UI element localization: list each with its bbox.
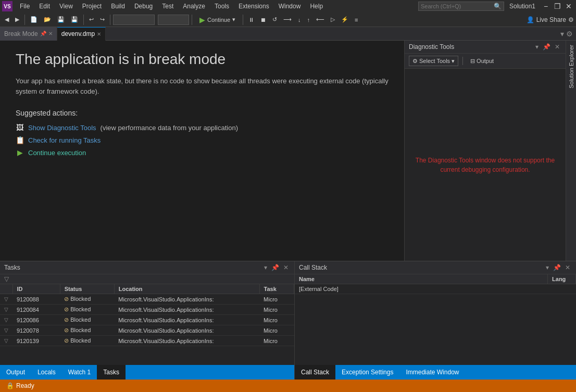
tasks-dropdown-btn[interactable]: ▾ <box>262 263 269 272</box>
menu-build[interactable]: Build <box>107 2 129 11</box>
debug-btn-3[interactable]: ↺ <box>270 14 280 26</box>
tasks-col-location[interactable]: Location <box>114 284 259 294</box>
save-all-button[interactable]: 💾 <box>68 14 81 26</box>
show-diagnostic-tools-link[interactable]: Show Diagnostic Tools <box>28 124 96 132</box>
row-id: 9120086 <box>12 315 60 325</box>
redo-button[interactable]: ↪ <box>97 14 107 26</box>
debug-btn-1[interactable]: ⏸ <box>246 14 257 26</box>
menu-extensions[interactable]: Extensions <box>234 2 273 11</box>
continue-label: Continue <box>207 17 230 23</box>
tab-devenv[interactable]: devenv.dmp ✕ <box>57 27 106 41</box>
output-button[interactable]: ⊟ Output <box>467 57 497 66</box>
tab-exception-settings[interactable]: Exception Settings <box>335 365 399 380</box>
tasks-col-task[interactable]: Task <box>259 284 294 294</box>
tab-options-gear[interactable]: ⚙ <box>565 29 574 39</box>
tasks-panel-controls: ▾ 📌 ✕ <box>262 263 290 272</box>
tab-output[interactable]: Output <box>0 365 31 380</box>
tasks-close-btn[interactable]: ✕ <box>282 263 290 272</box>
row-location: Microsoft.VisualStudio.ApplicationIns: <box>114 305 259 315</box>
tab-tasks[interactable]: Tasks <box>97 365 126 380</box>
step-into-button[interactable]: ↓ <box>295 14 304 26</box>
cs-close-btn[interactable]: ✕ <box>564 263 572 272</box>
tab-break-mode-label: Break Mode <box>4 30 38 37</box>
continue-dropdown-icon: ▾ <box>232 16 235 23</box>
row-id: 9120078 <box>12 325 60 336</box>
debug-misc-1[interactable]: ⚡ <box>339 14 351 26</box>
save-button[interactable]: 💾 <box>55 14 67 26</box>
step-out-button[interactable]: ↑ <box>305 14 313 26</box>
tasks-col-id[interactable]: ID <box>12 284 60 294</box>
row-icon: ▽ <box>0 305 12 315</box>
diag-close-btn[interactable]: ✕ <box>553 43 561 51</box>
callstack-header: Call Stack ▾ 📌 ✕ <box>295 261 576 274</box>
menu-help[interactable]: Help <box>306 2 327 11</box>
action-item-tasks: 📋 Check for running Tasks <box>16 136 389 144</box>
undo-button[interactable]: ↩ <box>86 14 96 26</box>
tab-callstack[interactable]: Call Stack <box>295 365 335 380</box>
run-cursor-button[interactable]: ▷ <box>328 14 337 26</box>
live-share-label[interactable]: Live Share <box>536 16 566 23</box>
select-tools-button[interactable]: ⚙ Select Tools ▾ <box>409 56 458 66</box>
debug-misc-2[interactable]: ≡ <box>352 14 360 26</box>
step-over-button[interactable]: ⟶ <box>281 14 294 26</box>
tab-options-chevron[interactable]: ▾ <box>559 29 565 39</box>
vs-logo: VS <box>2 1 12 11</box>
cs-pin-btn[interactable]: 📌 <box>552 263 562 272</box>
cs-col-lang[interactable]: Lang <box>548 274 576 284</box>
minimize-button[interactable]: − <box>541 2 551 10</box>
menu-view[interactable]: View <box>55 2 77 11</box>
tab-devenv-close[interactable]: ✕ <box>97 31 101 37</box>
restore-button[interactable]: ❐ <box>552 2 562 10</box>
diag-message: The Diagnostic Tools window does not sup… <box>415 156 555 174</box>
tab-watch1[interactable]: Watch 1 <box>62 365 97 380</box>
menu-file[interactable]: File <box>16 2 34 11</box>
search-box[interactable]: 🔍 <box>418 2 504 11</box>
new-file-button[interactable]: 📄 <box>28 14 40 26</box>
diag-dropdown-btn[interactable]: ▾ <box>534 43 540 51</box>
tab-break-mode[interactable]: Break Mode 📌 ✕ <box>0 27 57 41</box>
step-back-button[interactable]: ⟵ <box>314 14 327 26</box>
cs-col-name[interactable]: Name <box>295 274 548 284</box>
platform-dropdown[interactable] <box>158 15 189 25</box>
menu-edit[interactable]: Edit <box>35 2 54 11</box>
tasks-pin-btn[interactable]: 📌 <box>270 263 281 272</box>
check-tasks-link[interactable]: Check for running Tasks <box>28 136 101 144</box>
back-button[interactable]: ◀ <box>2 14 11 26</box>
menu-tools[interactable]: Tools <box>210 2 233 11</box>
tasks-col-status[interactable]: Status <box>60 284 114 294</box>
menu-project[interactable]: Project <box>78 2 106 11</box>
tasks-icon: 📋 <box>16 136 24 144</box>
status-text: Ready <box>16 382 34 389</box>
row-status: ⊘ Blocked <box>60 336 114 346</box>
menu-test[interactable]: Test <box>158 2 178 11</box>
cs-dropdown-btn[interactable]: ▾ <box>544 263 550 272</box>
tasks-col-marker <box>0 284 12 294</box>
forward-button[interactable]: ▶ <box>12 14 22 26</box>
menu-analyze[interactable]: Analyze <box>179 2 209 11</box>
config-dropdown[interactable] <box>113 15 155 25</box>
gear-icon: ⚙ <box>412 58 418 65</box>
row-icon: ▽ <box>0 336 12 346</box>
select-tools-label: Select Tools <box>419 58 450 64</box>
open-button[interactable]: 📂 <box>41 14 54 26</box>
row-id: 9120084 <box>12 305 60 315</box>
row-task: Micro <box>259 336 294 346</box>
continue-button[interactable]: ▶ Continue ▾ <box>195 14 240 26</box>
tab-immediate-window[interactable]: Immediate Window <box>399 365 465 380</box>
menu-debug[interactable]: Debug <box>130 2 157 11</box>
tab-close-icon[interactable]: ✕ <box>48 31 53 36</box>
search-input[interactable] <box>421 3 494 9</box>
tab-locals[interactable]: Locals <box>31 365 62 380</box>
close-button[interactable]: ✕ <box>564 2 574 10</box>
menu-window[interactable]: Window <box>274 2 305 11</box>
callstack-panel: Call Stack ▾ 📌 ✕ Name Lang [External Cod… <box>295 261 576 380</box>
table-row: ▽ 9120088 ⊘ Blocked Microsoft.VisualStud… <box>0 294 294 305</box>
toolbar-sep-1 <box>24 15 25 25</box>
table-row: ▽ 9120084 ⊘ Blocked Microsoft.VisualStud… <box>0 305 294 315</box>
continue-execution-link[interactable]: Continue execution <box>28 149 86 157</box>
solution-explorer-label[interactable]: Solution Explorer <box>567 41 576 93</box>
row-task: Micro <box>259 305 294 315</box>
diagnostics-icon: 🖼 <box>16 123 24 132</box>
debug-btn-2[interactable]: ⏹ <box>258 14 269 26</box>
diag-pin-btn[interactable]: 📌 <box>541 43 552 51</box>
